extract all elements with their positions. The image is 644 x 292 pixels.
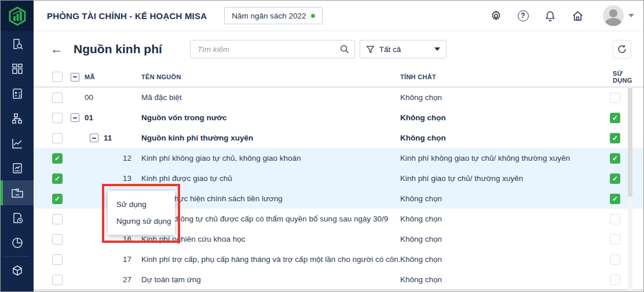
budget-year-button[interactable]: Năm ngân sách 2022 — [224, 7, 322, 24]
home-button[interactable] — [571, 9, 584, 22]
user-menu[interactable] — [603, 5, 634, 26]
misa-hexagon-chart-logo — [8, 6, 27, 26]
row-code: 27 — [123, 275, 131, 284]
line-chart-icon — [11, 137, 24, 150]
app-logo[interactable] — [1, 1, 34, 31]
topbar: PHÒNG TÀI CHÍNH - KẾ HOẠCH MISA Năm ngân… — [34, 1, 643, 31]
use-checkbox[interactable] — [610, 234, 620, 245]
collapse-all-toggle[interactable] — [71, 73, 79, 82]
use-checkbox[interactable] — [610, 194, 620, 204]
table-row[interactable]: 17 Kinh phí trợ cấp, phụ cấp hàng tháng … — [34, 249, 643, 269]
calculator-icon — [11, 87, 24, 100]
column-header-use[interactable]: SỬ DỤNG — [610, 70, 643, 84]
table-row[interactable]: 00 Mã đặc biệt Không chọn — [34, 87, 643, 108]
back-button[interactable]: ← — [50, 43, 63, 56]
sidebar-item-analytics[interactable] — [1, 131, 34, 156]
use-checkbox[interactable] — [610, 93, 620, 103]
report-clipboard-icon — [11, 162, 24, 175]
sidebar-item-pending-docs[interactable] — [1, 205, 34, 230]
search-box — [190, 40, 355, 58]
sidebar-item-dashboard[interactable] — [1, 56, 34, 81]
row-checkbox[interactable] — [52, 173, 63, 184]
page-toolbar: ← Nguồn kinh phí Tất cả — [34, 31, 643, 67]
vertical-scrollbar-track[interactable] — [628, 88, 632, 291]
row-nature: Không chọn — [400, 134, 605, 142]
document-search-icon — [11, 38, 24, 50]
row-checkbox[interactable] — [52, 93, 63, 103]
funding-source-table: MÃ TÊN NGUỒN TÍNH CHẤT SỬ DỤNG 00 Mã đặc… — [34, 67, 643, 291]
table-row[interactable]: 27 Dự toán tạm ứng Không chọn — [34, 269, 643, 290]
column-header-code[interactable]: MÃ — [85, 73, 95, 80]
budget-year-label: Năm ngân sách 2022 — [232, 12, 306, 20]
row-nature: Kinh phí không giao tự chủ/ không thường… — [400, 154, 605, 162]
menu-item-use[interactable]: Sử dụng — [108, 196, 175, 213]
row-checkbox[interactable] — [52, 194, 63, 204]
use-checkbox[interactable] — [610, 275, 620, 285]
sidebar-item-reports[interactable] — [1, 156, 34, 180]
row-nature: Không chọn — [400, 275, 605, 284]
app-window: PHÒNG TÀI CHÍNH - KẾ HOẠCH MISA Năm ngân… — [0, 0, 644, 292]
row-name: Kinh phí không tự chủ được cấp có thẩm q… — [141, 215, 400, 223]
cube-icon — [11, 264, 24, 277]
row-checkbox[interactable] — [52, 254, 63, 265]
row-name: Dự toán tạm ứng — [141, 275, 400, 284]
row-checkbox[interactable] — [52, 214, 63, 224]
org-chart-icon — [11, 112, 24, 125]
table-row[interactable]: 13 Kinh phí được giao tự chủ Kinh phí gi… — [34, 168, 643, 188]
use-checkbox[interactable] — [610, 254, 620, 265]
table-row[interactable]: 01 Nguồn vốn trong nước Không chọn — [34, 108, 643, 128]
use-checkbox[interactable] — [610, 133, 620, 143]
row-nature: Không chọn — [400, 194, 605, 203]
row-name: Mã đặc biệt — [141, 93, 400, 102]
gear-icon — [490, 10, 502, 22]
select-all-checkbox[interactable] — [52, 72, 63, 82]
use-checkbox[interactable] — [610, 173, 620, 184]
sidebar-item-lookup[interactable] — [1, 31, 34, 56]
row-code: 00 — [85, 93, 93, 102]
row-code: 11 — [104, 134, 112, 142]
table-row[interactable]: 11 Nguồn kinh phí thường xuyên Không chọ… — [34, 128, 643, 148]
table-row[interactable]: 12 Kinh phí không giao tự chủ, không gia… — [34, 148, 643, 168]
sidebar-divider — [5, 256, 29, 257]
sidebar-item-statistics[interactable] — [1, 230, 34, 255]
settings-button[interactable] — [489, 9, 502, 22]
collapse-toggle[interactable] — [90, 134, 98, 142]
sidebar-item-categories-active[interactable] — [1, 180, 34, 205]
pie-chart-icon — [11, 236, 24, 249]
column-header-nature[interactable]: TÍNH CHẤT — [400, 73, 605, 80]
sidebar-item-org-structure[interactable] — [1, 106, 34, 131]
sidebar-item-calculator[interactable] — [1, 81, 34, 106]
notifications-button[interactable] — [544, 9, 557, 22]
vertical-scrollbar-thumb[interactable] — [628, 88, 632, 197]
use-checkbox[interactable] — [610, 113, 620, 123]
budget-year-status-dot — [311, 14, 315, 18]
filter-dropdown[interactable]: Tất cả — [360, 40, 447, 58]
use-checkbox[interactable] — [610, 214, 620, 224]
row-checkbox[interactable] — [52, 275, 63, 285]
refresh-button[interactable] — [613, 40, 631, 58]
chevron-down-icon — [434, 47, 440, 51]
collapse-toggle[interactable] — [71, 113, 79, 122]
home-icon — [572, 10, 584, 22]
row-checkbox[interactable] — [52, 133, 63, 143]
sidebar-item-products[interactable] — [1, 258, 34, 283]
chevron-down-icon — [628, 14, 634, 17]
row-context-menu: Sử dụng Ngưng sử dụng — [108, 191, 175, 235]
folder-icon — [10, 187, 24, 199]
row-code: 16 — [123, 235, 131, 243]
row-checkbox[interactable] — [52, 113, 63, 123]
menu-item-stop-using[interactable]: Ngưng sử dụng — [108, 213, 175, 230]
row-nature: Kinh phí giao tự chủ/ thường xuyên — [400, 174, 605, 183]
row-code: 17 — [123, 255, 131, 264]
row-checkbox[interactable] — [52, 234, 63, 245]
use-checkbox[interactable] — [610, 153, 620, 164]
row-checkbox[interactable] — [52, 153, 63, 164]
search-icon[interactable] — [339, 44, 350, 54]
search-input[interactable] — [197, 45, 339, 54]
table-header-row: MÃ TÊN NGUỒN TÍNH CHẤT SỬ DỤNG — [34, 67, 643, 87]
filter-value: Tất cả — [379, 45, 401, 54]
table-body: 00 Mã đặc biệt Không chọn 01 Nguồn vốn t… — [34, 87, 643, 290]
help-button[interactable]: ? — [517, 9, 529, 22]
row-nature: Không chọn — [400, 215, 605, 223]
column-header-name[interactable]: TÊN NGUỒN — [141, 73, 400, 80]
